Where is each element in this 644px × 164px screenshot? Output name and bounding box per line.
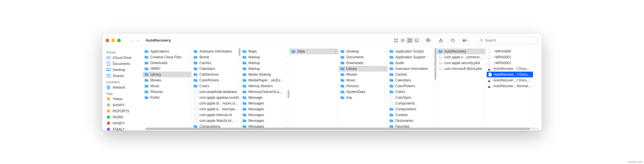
column-item[interactable]: AutoRecover…f Document1: [486, 66, 534, 72]
column-item[interactable]: Application Scripts›: [388, 49, 436, 54]
column-item[interactable]: Colors›: [388, 89, 436, 95]
sidebar-item[interactable]: Shared: [105, 73, 143, 79]
disclosure-arrow-icon: ›: [384, 73, 386, 76]
column-item[interactable]: ~WRA0002: [486, 60, 534, 66]
column-item[interactable]: Autosave Information›: [388, 66, 436, 72]
horizontal-scrollbar[interactable]: [146, 128, 539, 130]
column-item[interactable]: AutoRecover…f Document2: [487, 72, 533, 77]
column-item[interactable]: Music›: [143, 83, 191, 89]
minimize-window-button[interactable]: [112, 39, 115, 42]
column-item[interactable]: Pictures›: [339, 83, 387, 89]
column-item[interactable]: Autosave Information›: [192, 49, 240, 54]
sidebar-item[interactable]: HANDY: [105, 120, 143, 126]
share-button[interactable]: [437, 37, 444, 44]
sidebar-item[interactable]: iCloud Drive: [105, 55, 143, 61]
column-item[interactable]: Public›: [143, 95, 191, 100]
column-item[interactable]: com.apple.bl…rvices.cloud: [192, 100, 240, 106]
column-item[interactable]: Desktop›: [339, 49, 387, 54]
column-item[interactable]: Music›: [339, 77, 387, 83]
tags-button[interactable]: [450, 37, 456, 44]
vertical-scrollbar[interactable]: [239, 48, 240, 56]
column-item[interactable]: CallServices›: [192, 72, 240, 77]
column-item[interactable]: Markup›: [241, 66, 289, 72]
column-item[interactable]: Maps›: [241, 49, 289, 54]
column-item[interactable]: Messages›: [241, 106, 289, 112]
column-item[interactable]: ColorPickers›: [388, 83, 436, 89]
column-item[interactable]: com.amplitude.database: [192, 89, 240, 95]
column-item[interactable]: Application Support›: [388, 54, 436, 60]
column-item[interactable]: Movies›: [339, 72, 387, 77]
column-item[interactable]: Creative Cloud Files›: [143, 54, 191, 60]
column-item[interactable]: com.apple.WatchListKit›: [192, 118, 240, 124]
column-item[interactable]: Components›: [388, 100, 436, 106]
sidebar-item[interactable]: WORK: [105, 114, 143, 120]
sidebar-item[interactable]: FAMILY: [105, 126, 143, 131]
column-item[interactable]: ColorPickers›: [192, 77, 240, 83]
column-item[interactable]: Audio›: [388, 60, 436, 66]
column-item[interactable]: Message›: [241, 95, 289, 100]
column-item[interactable]: ~WRA0000: [486, 49, 534, 54]
column-item[interactable]: SystemData›: [339, 89, 387, 95]
column-item[interactable]: Documents›: [339, 54, 387, 60]
column-item[interactable]: Pictures›: [143, 89, 191, 95]
fullscreen-window-button[interactable]: [117, 39, 121, 42]
column-item[interactable]: ~WRA0001: [486, 54, 534, 60]
gallery-view-button[interactable]: [413, 37, 420, 44]
column-item[interactable]: MemoryCleanerSLauncher›: [241, 89, 289, 95]
column-item[interactable]: MediaPlayer…sticExtension›: [241, 77, 289, 83]
column-item[interactable]: Cookies›: [388, 112, 436, 118]
column-item[interactable]: Data›: [290, 49, 338, 54]
search-input[interactable]: [485, 38, 536, 42]
column-item[interactable]: Downloads›: [143, 60, 191, 66]
column-item[interactable]: Library›: [339, 66, 387, 72]
column-item[interactable]: Messages›: [241, 118, 289, 124]
column-item[interactable]: Library›: [143, 72, 191, 77]
column-item[interactable]: execcom.apple.s…common.plist: [437, 54, 485, 60]
column-item[interactable]: Compositions›: [388, 106, 436, 112]
column-item[interactable]: AutoRecover…f Document3: [486, 77, 534, 83]
group-by-button[interactable]: [425, 37, 432, 44]
column-item[interactable]: com.apple.internal.ck›: [192, 112, 240, 118]
column-item[interactable]: Markup›: [241, 60, 289, 66]
column-item[interactable]: Memoji Stickers›: [241, 83, 289, 89]
column-item[interactable]: AutoRecover…Normal.dotm: [486, 83, 534, 89]
column-item[interactable]: HMRC›: [143, 66, 191, 72]
column-item[interactable]: Markup›: [241, 54, 289, 60]
sidebar-item[interactable]: NANNY: [105, 102, 143, 108]
sidebar-item[interactable]: REPORTS: [105, 108, 143, 114]
sidebar-item[interactable]: Network: [105, 84, 143, 90]
column-item[interactable]: Caches›: [192, 60, 240, 66]
forward-button[interactable]: ›: [137, 38, 139, 43]
column-item[interactable]: execcom.apple.security.plist: [437, 60, 485, 66]
column-item[interactable]: Biome›: [192, 54, 240, 60]
vertical-scrollbar[interactable]: [288, 90, 289, 98]
column-item[interactable]: Applications›: [143, 49, 191, 54]
column-item[interactable]: Calendars›: [388, 77, 436, 83]
column-item[interactable]: tmp›: [339, 95, 387, 100]
column-item[interactable]: com.apple.appleaccountd: [192, 95, 240, 100]
back-button[interactable]: ‹: [131, 38, 132, 43]
column-item[interactable]: Messages›: [241, 100, 289, 106]
list-view-button[interactable]: [399, 37, 406, 44]
column-item[interactable]: com.apple.ic…earchpartyd: [192, 106, 240, 112]
column-item[interactable]: Downloads›: [339, 60, 387, 66]
column-item[interactable]: Dictionaries›: [388, 118, 436, 124]
close-window-button[interactable]: [106, 39, 109, 42]
column-item[interactable]: Movies›: [143, 77, 191, 83]
sidebar-item[interactable]: Yellow: [105, 96, 143, 102]
column-item[interactable]: execcom.microsoft.Word.plist: [437, 66, 485, 72]
action-menu-button[interactable]: [462, 37, 469, 44]
column-item[interactable]: Calendars›: [192, 66, 240, 72]
column-item[interactable]: AutoRecovery›: [437, 49, 485, 54]
vertical-scrollbar[interactable]: [435, 48, 436, 80]
sidebar-item[interactable]: Desktop: [105, 67, 143, 73]
column-item[interactable]: Messages›: [241, 112, 289, 118]
column-view-button[interactable]: [406, 37, 413, 44]
column-item[interactable]: Media Sharing›: [241, 72, 289, 77]
icon-view-button[interactable]: [392, 37, 399, 44]
column-item[interactable]: ColorSync›: [388, 95, 436, 100]
column-item[interactable]: Colors›: [192, 83, 240, 89]
column-item[interactable]: Caches›: [388, 72, 436, 77]
search-field[interactable]: [478, 37, 538, 44]
sidebar-item[interactable]: Documents: [105, 61, 143, 67]
